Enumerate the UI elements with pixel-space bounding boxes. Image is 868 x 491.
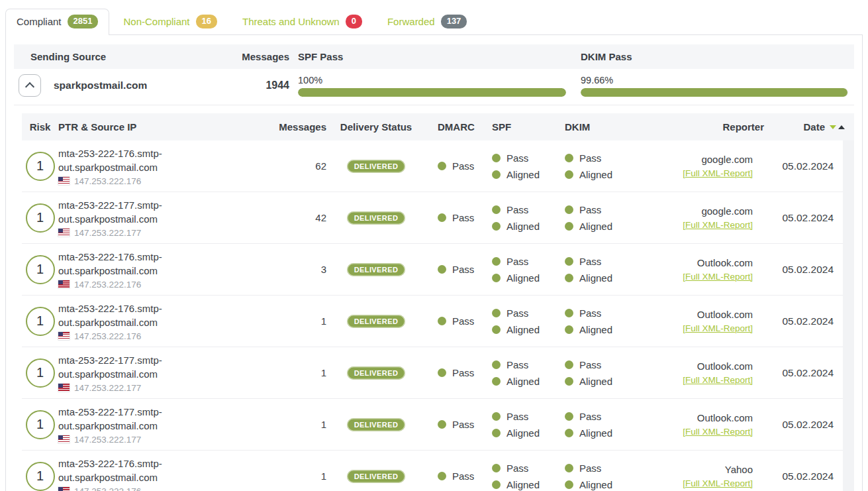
aligned-dot-icon xyxy=(492,480,501,489)
dmarc-status: Pass xyxy=(452,264,474,275)
source-ip: 147.253.222.177 xyxy=(74,383,141,393)
spf-pass-cell: 100% xyxy=(289,75,581,97)
ptr-hostname: mta-253-222-177.smtp-out.sparkpostmail.c… xyxy=(58,405,172,433)
pass-dot-icon xyxy=(438,368,446,377)
source-ip: 147.253.222.176 xyxy=(74,280,141,290)
dmarc-cell: Pass xyxy=(426,315,485,327)
pass-dot-icon xyxy=(438,472,446,480)
report-container: Sending Source Messages SPF Pass DKIM Pa… xyxy=(5,34,863,491)
aligned-dot-icon xyxy=(565,325,573,334)
dkim-pass-status: Pass xyxy=(579,307,601,319)
risk-score-badge: 1 xyxy=(26,462,55,491)
column-header-delivery-status: Delivery Status xyxy=(326,121,426,133)
dmarc-status: Pass xyxy=(452,212,474,223)
table-row: 1 mta-253-222-177.smtp-out.sparkpostmail… xyxy=(22,399,843,451)
full-xml-report-link[interactable]: [Full XML-Report] xyxy=(683,323,753,333)
risk-score-badge: 1 xyxy=(26,307,55,336)
dmarc-cell: Pass xyxy=(426,264,485,275)
table-row: 1 mta-253-222-176.smtp-out.sparkpostmail… xyxy=(22,244,843,296)
column-header-sending-source: Sending Source xyxy=(30,51,106,62)
reporter-cell: Outlook.com [Full XML-Report] xyxy=(644,309,763,333)
spf-pass-status: Pass xyxy=(506,411,528,422)
reporter-name: Outlook.com xyxy=(644,412,753,423)
full-xml-report-link[interactable]: [Full XML-Report] xyxy=(683,220,753,230)
risk-score-badge: 1 xyxy=(26,358,55,388)
report-date: 05.02.2024 xyxy=(763,367,843,379)
table-body: 1 mta-253-222-176.smtp-out.sparkpostmail… xyxy=(22,140,843,491)
dkim-pass-status: Pass xyxy=(579,411,601,422)
pass-dot-icon xyxy=(492,154,501,162)
aligned-dot-icon xyxy=(565,429,573,437)
dmarc-cell: Pass xyxy=(426,367,485,378)
sending-source-domain: sparkpostmail.com xyxy=(54,80,147,91)
pass-dot-icon xyxy=(565,154,573,162)
sort-descending-icon[interactable] xyxy=(830,125,836,133)
spf-aligned-status: Aligned xyxy=(506,324,540,335)
spf-pass-status: Pass xyxy=(506,359,528,370)
delivery-status-badge: DELIVERED xyxy=(347,211,406,225)
sending-source-cell: sparkpostmail.com 1944 xyxy=(14,74,289,97)
ptr-hostname: mta-253-222-177.smtp-out.sparkpostmail.c… xyxy=(58,353,172,381)
aligned-dot-icon xyxy=(565,222,573,231)
spf-pass-status: Pass xyxy=(506,256,528,267)
rows-scrollbar[interactable] xyxy=(843,140,854,491)
ptr-source-ip-cell: mta-253-222-176.smtp-out.sparkpostmail.c… xyxy=(58,250,187,290)
full-xml-report-link[interactable]: [Full XML-Report] xyxy=(683,427,753,437)
ptr-hostname: mta-253-222-177.smtp-out.sparkpostmail.c… xyxy=(58,198,172,226)
tab-count-badge: 16 xyxy=(196,15,217,28)
full-xml-report-link[interactable]: [Full XML-Report] xyxy=(683,168,753,178)
column-header-dkim-pass: DKIM Pass xyxy=(581,51,854,62)
spf-aligned-status: Aligned xyxy=(506,221,540,232)
tab-label: Non-Compliant xyxy=(123,16,189,27)
report-date: 05.02.2024 xyxy=(763,264,843,276)
details-table-header: Risk PTR & Source IP Messages Delivery S… xyxy=(22,113,854,140)
spf-cell: Pass Aligned xyxy=(485,152,558,180)
report-date: 05.02.2024 xyxy=(763,160,843,172)
reporter-name: Outlook.com xyxy=(644,257,753,268)
ptr-source-ip-cell: mta-253-222-176.smtp-out.sparkpostmail.c… xyxy=(58,301,187,341)
dkim-pass-status: Pass xyxy=(579,152,601,164)
spf-pass-bar xyxy=(298,88,566,97)
tab-count-badge: 0 xyxy=(346,15,362,28)
spf-pass-status: Pass xyxy=(506,204,528,215)
pass-dot-icon xyxy=(492,412,501,421)
risk-score-badge: 1 xyxy=(26,255,55,284)
tab-non-compliant[interactable]: Non-Compliant 16 xyxy=(112,9,228,34)
tab-threats-and-unknown[interactable]: Threats and Unknown 0 xyxy=(231,9,373,34)
ptr-hostname: mta-253-222-176.smtp-out.sparkpostmail.c… xyxy=(58,457,172,484)
spf-pass-status: Pass xyxy=(506,463,528,474)
column-header-date[interactable]: Date xyxy=(775,121,854,133)
report-date: 05.02.2024 xyxy=(763,212,843,224)
aligned-dot-icon xyxy=(565,480,573,489)
messages-count: 62 xyxy=(187,160,326,172)
ptr-source-ip-cell: mta-253-222-176.smtp-out.sparkpostmail.c… xyxy=(58,457,187,491)
dkim-pass-status: Pass xyxy=(579,256,601,267)
aligned-dot-icon xyxy=(565,377,573,386)
reporter-cell: Outlook.com [Full XML-Report] xyxy=(644,412,763,437)
dkim-cell: Pass Aligned xyxy=(558,359,644,387)
tab-forwarded[interactable]: Forwarded 137 xyxy=(376,9,478,34)
full-xml-report-link[interactable]: [Full XML-Report] xyxy=(683,478,753,488)
tab-label: Threats and Unknown xyxy=(242,16,340,27)
spf-cell: Pass Aligned xyxy=(485,256,558,284)
ptr-source-ip-cell: mta-253-222-177.smtp-out.sparkpostmail.c… xyxy=(58,198,187,238)
full-xml-report-link[interactable]: [Full XML-Report] xyxy=(683,375,753,385)
pass-dot-icon xyxy=(565,205,573,214)
table-row: 1 mta-253-222-177.smtp-out.sparkpostmail… xyxy=(22,347,843,399)
full-xml-report-link[interactable]: [Full XML-Report] xyxy=(683,272,753,282)
spf-aligned-status: Aligned xyxy=(506,272,540,284)
dmarc-report-page: Compliant 2851 Non-Compliant 16 Threats … xyxy=(0,9,868,491)
tab-label: Compliant xyxy=(17,16,62,27)
reporter-name: Outlook.com xyxy=(644,360,753,372)
reporter-cell: Outlook.com [Full XML-Report] xyxy=(644,360,763,385)
messages-count: 1 xyxy=(187,470,326,482)
sort-ascending-icon[interactable] xyxy=(838,122,845,129)
table-row: 1 mta-253-222-176.smtp-out.sparkpostmail… xyxy=(22,296,843,347)
dkim-pass-status: Pass xyxy=(579,463,601,474)
dkim-pass-status: Pass xyxy=(579,359,601,370)
dkim-pass-bar xyxy=(581,88,848,97)
collapse-source-button[interactable] xyxy=(19,74,41,97)
tab-compliant[interactable]: Compliant 2851 xyxy=(5,9,109,35)
us-flag-icon xyxy=(58,384,70,392)
dkim-pass-status: Pass xyxy=(579,204,601,215)
